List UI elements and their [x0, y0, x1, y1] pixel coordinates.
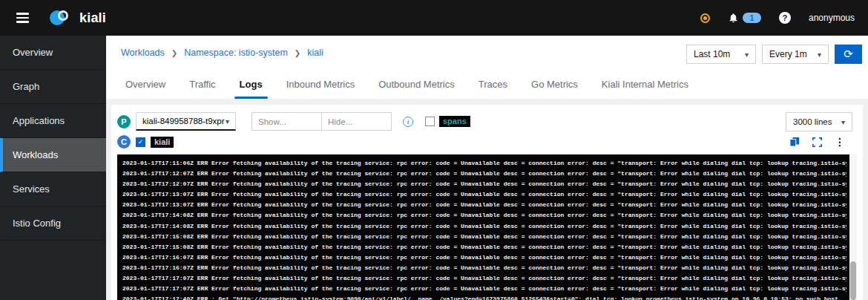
sidebar-item-workloads[interactable]: Workloads [0, 138, 106, 172]
caret-down-icon [226, 117, 229, 125]
breadcrumb-workload-name[interactable]: kiali [307, 48, 323, 58]
log-line: 2023-01-17T17:15:08Z ERR Error fetching … [122, 232, 846, 242]
copy-icon[interactable] [789, 137, 800, 147]
mesh-status-icon[interactable] [700, 13, 710, 23]
container-checkbox[interactable] [136, 137, 145, 147]
log-line: 2023-01-17T17:15:08Z ERR Error fetching … [122, 242, 846, 252]
notification-badge[interactable]: 1 [743, 13, 761, 23]
log-line: 2023-01-17T17:13:07Z ERR Error fetching … [122, 200, 846, 210]
log-line: 2023-01-17T17:13:07Z ERR Error fetching … [122, 189, 846, 200]
tab-inbound-metrics[interactable]: Inbound Metrics [274, 72, 367, 99]
log-controls: P kiali-849958788-t9xpr spans 3000 lines [117, 111, 857, 131]
chevron-right-icon: ❯ [171, 49, 177, 57]
tab-traces[interactable]: Traces [467, 72, 519, 99]
breadcrumb: Workloads ❯ Namespace: istio-system ❯ ki… [121, 45, 323, 58]
sidebar-item-overview[interactable]: Overview [0, 36, 106, 70]
kebab-menu-icon[interactable]: ⋮ [835, 136, 845, 148]
sidebar: Overview Graph Applications Workloads Se… [0, 36, 106, 300]
tab-go-metrics[interactable]: Go Metrics [519, 72, 590, 99]
bell-icon[interactable] [728, 13, 739, 24]
refresh-interval-select[interactable]: Every 1m [762, 45, 829, 64]
container-row: C kiali ⋮ [117, 132, 857, 151]
container-badge-icon: C [117, 135, 131, 149]
breadcrumb-namespace[interactable]: Namespace: istio-system [184, 48, 288, 58]
brand[interactable]: kiali [50, 9, 106, 27]
tab-outbound-metrics[interactable]: Outbound Metrics [366, 72, 467, 99]
log-line: 2023-01-17T17:17:40Z ERR : Get "http://p… [122, 294, 846, 300]
caret-down-icon [818, 49, 821, 59]
spans-checkbox[interactable] [425, 117, 435, 126]
log-line: 2023-01-17T17:14:08Z ERR Error fetching … [122, 221, 846, 232]
help-icon[interactable]: ? [779, 12, 791, 24]
logs-card: P kiali-849958788-t9xpr spans 3000 lines… [111, 105, 863, 300]
hide-log-filter-input[interactable] [321, 112, 392, 131]
log-line: 2023-01-17T17:16:07Z ERR Error fetching … [122, 252, 846, 263]
container-label[interactable]: kiali [151, 137, 174, 148]
log-scrollbar-thumb[interactable] [850, 261, 856, 300]
log-line: 2023-01-17T17:14:08Z ERR Error fetching … [122, 210, 846, 221]
lines-select[interactable]: 3000 lines [786, 112, 852, 131]
chevron-right-icon: ❯ [295, 49, 300, 57]
main-content: Workloads ❯ Namespace: istio-system ❯ ki… [106, 36, 868, 300]
tab-logs[interactable]: Logs [228, 72, 274, 99]
time-toolbar: Last 10m Every 1m ⟳ [686, 45, 862, 64]
log-line: 2023-01-17T17:16:07Z ERR Error fetching … [122, 263, 846, 273]
breadcrumb-workloads[interactable]: Workloads [121, 48, 165, 58]
info-icon[interactable] [403, 117, 413, 127]
tabs: Overview Traffic Logs Inbound Metrics Ou… [106, 72, 868, 99]
caret-down-icon [841, 117, 845, 126]
refresh-icon: ⟳ [844, 48, 853, 61]
tab-traffic[interactable]: Traffic [177, 72, 227, 99]
log-line: 2023-01-17T17:17:07Z ERR Error fetching … [122, 284, 846, 294]
refresh-button[interactable]: ⟳ [835, 45, 862, 64]
sidebar-item-services[interactable]: Services [0, 172, 106, 206]
username[interactable]: anonymous [809, 13, 855, 23]
pod-badge-icon: P [117, 115, 131, 128]
brand-name: kiali [79, 10, 106, 26]
sidebar-item-applications[interactable]: Applications [0, 104, 106, 138]
masthead: kiali 1 ? anonymous [0, 0, 868, 36]
caret-down-icon [745, 49, 749, 59]
page-header: Workloads ❯ Namespace: istio-system ❯ ki… [106, 36, 868, 99]
duration-select[interactable]: Last 10m [686, 45, 756, 64]
spans-label[interactable]: spans [439, 116, 470, 127]
log-line: 2023-01-17T17:11:06Z ERR Error fetching … [122, 158, 846, 169]
log-viewer[interactable]: 2023-01-17T17:11:06Z ERR Error fetching … [117, 154, 857, 300]
show-log-filter-input[interactable] [251, 112, 322, 131]
menu-toggle-icon[interactable] [13, 10, 32, 26]
expand-icon[interactable] [812, 137, 822, 147]
pod-select[interactable]: kiali-849958788-t9xpr [136, 112, 236, 131]
tab-kiali-internal-metrics[interactable]: Kiali Internal Metrics [590, 72, 700, 99]
tab-overview[interactable]: Overview [114, 72, 177, 99]
sidebar-item-istio-config[interactable]: Istio Config [0, 206, 106, 241]
log-line: 2023-01-17T17:17:07Z ERR Error fetching … [122, 273, 846, 284]
log-scrollbar[interactable] [849, 154, 857, 300]
sidebar-item-graph[interactable]: Graph [0, 70, 106, 104]
kiali-logo-icon [50, 9, 74, 27]
log-line: 2023-01-17T17:12:07Z ERR Error fetching … [122, 179, 846, 189]
log-line: 2023-01-17T17:12:07Z ERR Error fetching … [122, 169, 846, 179]
